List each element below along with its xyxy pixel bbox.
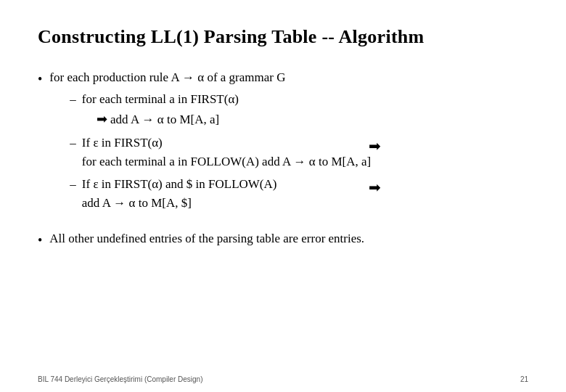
sub-item-2: – If ε in FIRST(α) for each terminal a i… <box>70 134 371 171</box>
bullet1-main-text: for each production rule A → α of a gram… <box>49 70 285 84</box>
sub2-line1: If ε in FIRST(α) <box>82 134 371 152</box>
bullet-1-text: for each production rule A → α of a gram… <box>49 68 371 216</box>
bullet-2: • All other undefined entries of the par… <box>38 229 528 250</box>
sub1-content: for each terminal a in FIRST(α) ➡ add A … <box>82 90 371 130</box>
bullet-1: • for each production rule A → α of a gr… <box>38 68 528 216</box>
sub1-line1: for each terminal a in FIRST(α) <box>82 90 371 109</box>
sub1-arrow: ➡ <box>97 112 107 126</box>
sub1-line2: ➡ add A → α to M[A, a] <box>97 110 371 129</box>
side-arrow-2: ➡ <box>369 135 381 157</box>
footer-left: BIL 744 Derleyici Gerçekleştirimi (Compi… <box>38 375 202 383</box>
sub2-line2: for each terminal a in FOLLOW(A) add A →… <box>82 152 371 171</box>
bullet-dot-1: • <box>38 70 42 89</box>
dash-3: – <box>70 175 76 194</box>
side-arrow-3: ➡ <box>369 176 381 198</box>
sub-list-1: – for each terminal a in FIRST(α) ➡ add … <box>70 90 371 213</box>
dash-2: – <box>70 134 76 152</box>
dash-1: – <box>70 90 76 109</box>
sub2-content: If ε in FIRST(α) for each terminal a in … <box>82 134 371 171</box>
bullet-dot-2: • <box>38 231 42 250</box>
slide-title: Constructing LL(1) Parsing Table -- Algo… <box>38 26 528 48</box>
sub-item-2-wrapper: – If ε in FIRST(α) for each terminal a i… <box>70 134 371 171</box>
sub1-line2-text: add A → α to M[A, a] <box>110 113 219 126</box>
sub3-content: If ε in FIRST(α) and $ in FOLLOW(A) add … <box>82 175 371 212</box>
sub3-line1: If ε in FIRST(α) and $ in FOLLOW(A) <box>82 175 371 194</box>
content-area: • for each production rule A → α of a gr… <box>38 68 528 250</box>
sub-item-3: – If ε in FIRST(α) and $ in FOLLOW(A) ad… <box>70 175 371 212</box>
sub3-line2: add A → α to M[A, $] <box>82 194 371 213</box>
bullet2-text: All other undefined entries of the parsi… <box>49 229 364 248</box>
sub-item-1: – for each terminal a in FIRST(α) ➡ add … <box>70 90 371 130</box>
footer-right: 21 <box>520 375 528 383</box>
slide: Constructing LL(1) Parsing Table -- Algo… <box>0 0 566 392</box>
footer: BIL 744 Derleyici Gerçekleştirimi (Compi… <box>0 375 566 383</box>
sub-item-3-wrapper: – If ε in FIRST(α) and $ in FOLLOW(A) ad… <box>70 175 371 212</box>
